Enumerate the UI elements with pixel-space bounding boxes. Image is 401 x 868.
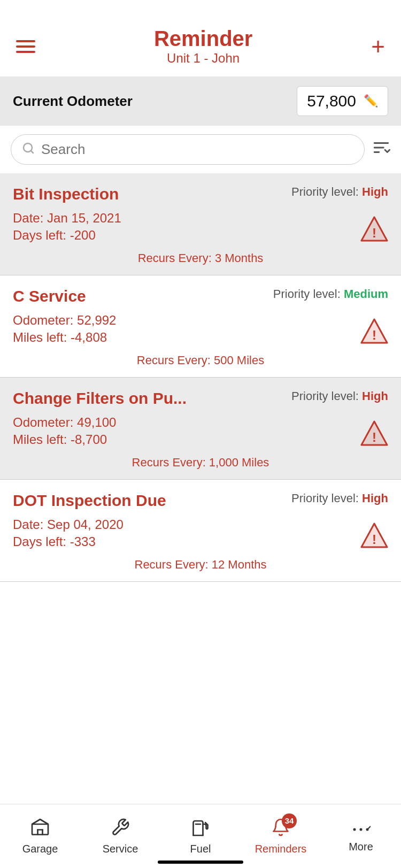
reminders-badge-wrapper: 34 [271, 818, 290, 840]
nav-label-reminders: Reminders [255, 843, 307, 855]
card-title: DOT Inspection Due [13, 491, 166, 510]
page-subtitle: Unit 1 - John [154, 51, 253, 66]
page-title: Reminder [154, 27, 253, 51]
search-input-wrapper[interactable] [11, 134, 365, 165]
hamburger-line-1 [16, 40, 35, 42]
hamburger-line-3 [16, 51, 35, 53]
edit-odometer-icon[interactable]: ✏️ [364, 94, 378, 108]
card-details: Date: Jan 15, 2021 Days left: -200 [13, 211, 121, 243]
reminder-card[interactable]: Bit Inspection Priority level: High Date… [0, 173, 401, 275]
reminder-card[interactable]: Change Filters on Pu... Priority level: … [0, 378, 401, 480]
card-body: Date: Sep 04, 2020 Days left: -333 ! [13, 517, 388, 549]
card-detail-2: Miles left: -8,700 [13, 432, 116, 447]
card-title: C Service [13, 287, 86, 305]
garage-icon [30, 818, 50, 840]
search-bar-row [0, 126, 401, 173]
card-priority: Priority level: Medium [273, 287, 388, 301]
reminder-card[interactable]: C Service Priority level: Medium Odomete… [0, 275, 401, 378]
nav-item-reminders[interactable]: 34 Reminders [241, 804, 321, 868]
warning-icon: ! [360, 419, 388, 447]
nav-label-service: Service [103, 843, 138, 855]
card-detail-2: Days left: -200 [13, 228, 121, 243]
search-input[interactable] [41, 141, 353, 158]
card-detail-2: Days left: -333 [13, 534, 124, 549]
bottom-nav: Garage Service Fuel [0, 804, 401, 868]
card-header-row: Change Filters on Pu... Priority level: … [13, 389, 388, 408]
card-title: Bit Inspection [13, 185, 119, 203]
card-detail-1: Date: Sep 04, 2020 [13, 517, 124, 532]
odometer-value: 57,800 [307, 92, 356, 110]
svg-text:!: ! [372, 226, 376, 240]
card-header-row: Bit Inspection Priority level: High [13, 185, 388, 203]
card-priority: Priority level: High [291, 185, 388, 199]
card-title: Change Filters on Pu... [13, 389, 187, 408]
card-details: Odometer: 52,992 Miles left: -4,808 [13, 313, 116, 345]
hamburger-line-2 [16, 45, 35, 48]
reminders-badge: 34 [282, 813, 297, 828]
svg-point-23 [360, 828, 363, 831]
wrench-icon [111, 818, 130, 840]
home-indicator [158, 861, 243, 864]
more-icon [351, 819, 371, 838]
card-recurs: Recurs Every: 3 Months [13, 251, 388, 265]
card-priority: Priority level: High [291, 491, 388, 505]
nav-label-fuel: Fuel [190, 843, 211, 855]
reminder-card[interactable]: DOT Inspection Due Priority level: High … [0, 480, 401, 582]
warning-icon: ! [360, 521, 388, 549]
svg-text:!: ! [372, 430, 376, 444]
nav-item-more[interactable]: More [321, 804, 401, 868]
card-priority: Priority level: High [291, 389, 388, 403]
nav-label-garage: Garage [22, 843, 58, 855]
sort-icon[interactable] [372, 139, 390, 160]
svg-text:!: ! [372, 328, 376, 342]
card-details: Odometer: 49,100 Miles left: -8,700 [13, 415, 116, 447]
cards-container: Bit Inspection Priority level: High Date… [0, 173, 401, 582]
odometer-label: Current Odometer [13, 93, 297, 110]
card-details: Date: Sep 04, 2020 Days left: -333 [13, 517, 124, 549]
card-body: Odometer: 52,992 Miles left: -4,808 ! [13, 313, 388, 345]
header-title: Reminder Unit 1 - John [154, 27, 253, 66]
odometer-bar: Current Odometer 57,800 ✏️ [0, 76, 401, 126]
nav-item-fuel[interactable]: Fuel [160, 804, 241, 868]
card-recurs: Recurs Every: 12 Months [13, 558, 388, 572]
svg-line-1 [31, 150, 33, 152]
menu-button[interactable] [16, 40, 35, 53]
card-detail-1: Odometer: 49,100 [13, 415, 116, 430]
fuel-icon [191, 818, 210, 840]
card-detail-2: Miles left: -4,808 [13, 330, 116, 345]
odometer-value-box[interactable]: 57,800 ✏️ [297, 86, 388, 116]
warning-icon: ! [360, 317, 388, 345]
header: Reminder Unit 1 - John + [0, 0, 401, 76]
card-detail-1: Date: Jan 15, 2021 [13, 211, 121, 226]
search-icon [22, 142, 35, 158]
svg-line-25 [367, 826, 371, 829]
svg-point-22 [353, 828, 356, 831]
nav-item-service[interactable]: Service [80, 804, 160, 868]
card-header-row: DOT Inspection Due Priority level: High [13, 491, 388, 510]
card-recurs: Recurs Every: 1,000 Miles [13, 456, 388, 470]
warning-icon: ! [360, 215, 388, 243]
svg-text:!: ! [372, 532, 376, 547]
nav-item-garage[interactable]: Garage [0, 804, 80, 868]
card-recurs: Recurs Every: 500 Miles [13, 354, 388, 367]
card-body: Odometer: 49,100 Miles left: -8,700 ! [13, 415, 388, 447]
card-header-row: C Service Priority level: Medium [13, 287, 388, 305]
card-body: Date: Jan 15, 2021 Days left: -200 ! [13, 211, 388, 243]
card-detail-1: Odometer: 52,992 [13, 313, 116, 328]
nav-label-more: More [349, 841, 373, 853]
add-button[interactable]: + [371, 35, 385, 58]
